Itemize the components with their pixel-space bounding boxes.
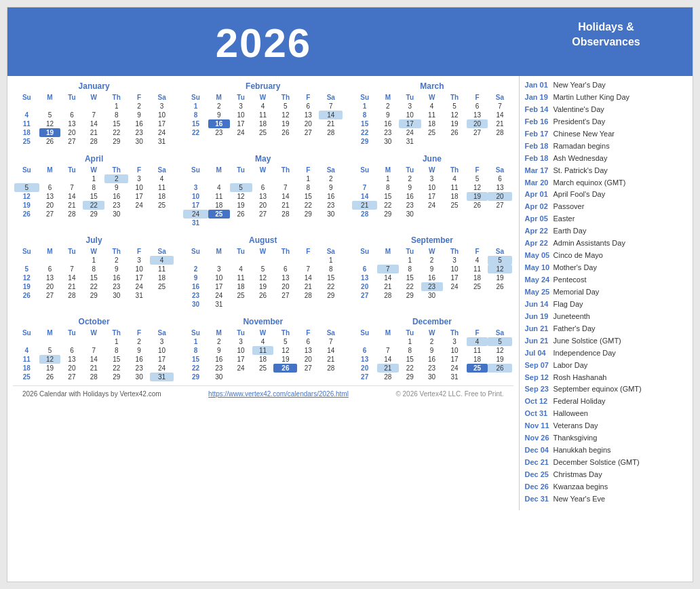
table-row: 27282930 [352,291,511,300]
cal-cell: 14 [83,355,104,364]
cal-cell: 28 [377,291,399,300]
table-row: 293031 [352,137,511,146]
cal-cell: 9 [183,273,208,282]
table-row: 123 [14,102,174,111]
holiday-name: Independence Day [553,348,616,359]
table-row: 11121314151617 [14,119,174,128]
cal-cell: 25 [14,137,39,146]
cal-cell: 22 [352,128,377,137]
cal-cell: 20 [273,282,297,291]
cal-cell: 9 [128,111,150,119]
cal-cell [60,102,83,111]
list-item: May 25Memorial Day [525,287,687,298]
cal-table: SuMTuWThFSa12345678910111213141516171819… [183,93,343,137]
col-header: Sa [488,93,511,102]
col-header: Sa [488,328,511,337]
col-header: Su [183,166,208,174]
col-header: F [128,328,150,337]
cal-cell: 16 [128,119,150,128]
table-row: 22232425262728 [183,364,343,373]
calendar-area: JanuarySuMTuWThFSa1234567891011121314151… [7,76,519,510]
cal-cell: 22 [83,282,104,291]
cal-cell: 17 [128,273,150,282]
col-header: W [252,328,274,337]
cal-cell [150,291,174,300]
cal-cell: 19 [39,128,61,137]
sidebar-content: Jan 01New Year's DayJan 19Martin Luther … [520,76,693,510]
holiday-date: Sep 12 [525,373,553,383]
cal-cell: 16 [399,192,421,201]
cal-cell: 12 [273,111,297,119]
cal-cell: 24 [230,364,252,373]
cal-cell: 14 [377,355,399,364]
table-row: 2728293031 [352,373,511,381]
table-row: 18192021222324 [14,364,174,373]
holiday-date: Feb 18 [525,141,553,152]
col-header: Sa [150,247,174,256]
cal-cell: 27 [467,128,488,137]
table-row: 45678910 [14,111,174,119]
holiday-date: Dec 21 [525,457,553,468]
cal-cell: 14 [488,111,511,119]
cal-cell [252,218,274,227]
table-row: 17181920212223 [183,201,343,210]
col-header: M [208,328,230,337]
col-header: Su [14,328,39,337]
cal-cell: 25 [150,201,174,210]
cal-cell: 28 [319,128,343,137]
cal-cell [467,137,488,146]
month-title: December [352,317,511,326]
table-row: 16171819202122 [183,282,343,291]
cal-cell: 6 [297,102,319,111]
holiday-name: Valentine's Day [553,104,604,115]
cal-cell: 28 [83,137,104,146]
cal-cell: 17 [208,282,230,291]
cal-cell: 11 [252,111,274,119]
col-header: F [467,93,488,102]
list-item: Nov 11Veterans Day [525,421,687,432]
table-row: 891011121314 [183,346,343,355]
cal-cell: 21 [377,282,399,291]
table-row: 14151617181920 [352,192,511,201]
cal-cell: 30 [104,291,128,300]
col-header: W [83,328,104,337]
cal-cell: 31 [208,300,230,309]
col-header: F [467,247,488,256]
cal-cell: 11 [150,265,174,273]
month-february: FebruarySuMTuWThFSa123456789101112131415… [182,80,344,147]
col-header: F [297,93,319,102]
list-item: Oct 12Federal Holiday [525,396,687,407]
cal-cell: 21 [352,201,377,210]
list-item: May 24Pentecost [525,275,687,286]
holiday-date: Nov 26 [525,433,553,444]
cal-cell: 9 [421,265,443,273]
cal-cell: 11 [150,183,174,192]
cal-cell [150,210,174,218]
cal-cell: 23 [128,364,150,373]
cal-cell: 18 [421,119,443,128]
cal-cell: 9 [421,346,443,355]
cal-cell: 18 [150,192,174,201]
col-header: Sa [319,93,343,102]
holiday-name: September equinox (GMT) [553,384,642,395]
cal-cell: 26 [443,128,467,137]
cal-cell: 29 [399,291,421,300]
cal-cell: 23 [208,128,230,137]
cal-cell [83,337,104,346]
holiday-name: December Solstice (GMT) [553,457,640,468]
cal-cell: 24 [183,210,208,218]
footer-right: © 2026 Vertex42 LLC. Free to Print. [395,390,503,398]
cal-cell: 15 [297,192,319,201]
list-item: Apr 05Easter [525,214,687,225]
cal-cell: 13 [297,111,319,119]
footer-center[interactable]: https://www.vertex42.com/calendars/2026.… [208,390,349,398]
holiday-name: Father's Day [553,324,596,335]
holiday-date: Apr 22 [525,238,553,249]
cal-cell: 13 [60,119,83,128]
cal-cell: 28 [60,291,83,300]
cal-cell: 16 [128,355,150,364]
cal-cell: 5 [39,346,61,355]
cal-cell: 24 [128,201,150,210]
cal-cell: 11 [208,192,230,201]
col-header: M [377,166,399,174]
